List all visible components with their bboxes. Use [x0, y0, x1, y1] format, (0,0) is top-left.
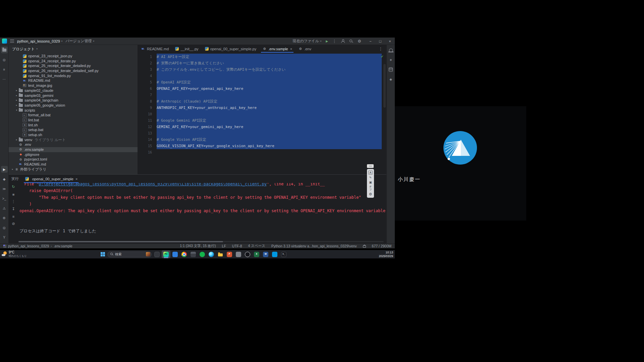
editor-tab[interactable]: M↓README.md: [138, 45, 172, 53]
python-packages-icon[interactable]: ≫: [1, 185, 8, 192]
status-segment[interactable]: UTF-8: [232, 244, 242, 248]
taskbar-green-app-button[interactable]: [198, 250, 207, 258]
tree-item[interactable]: openai_24_receipt_iterate.py: [9, 59, 138, 64]
start-button[interactable]: [101, 252, 105, 256]
editor-line[interactable]: 15GOOGLE_VISION_API_KEY=your_google_visi…: [138, 143, 386, 149]
editor-line[interactable]: 8# Anthropic (Claude) API設定: [138, 98, 386, 105]
tree-item[interactable]: ▸sample04_langchain: [9, 98, 138, 103]
main-menu-icon[interactable]: [10, 40, 14, 43]
tree-item[interactable]: test_image.jpg: [9, 83, 138, 88]
services-tool-icon[interactable]: ⚙: [1, 215, 8, 221]
commit-tool-icon[interactable]: ◎: [1, 56, 8, 63]
taskbar-search[interactable]: 検索: [107, 251, 152, 257]
search-everywhere-icon[interactable]: [349, 39, 353, 43]
breadcrum b-project[interactable]: python_api_lessons_0329: [8, 244, 49, 248]
taskbar-obs-button[interactable]: [243, 250, 252, 258]
maximize-button[interactable]: □: [375, 38, 385, 45]
run-tool-icon[interactable]: ▶: [1, 166, 8, 173]
tree-item[interactable]: openai_23_receipt_json.py: [9, 54, 138, 59]
taskbar-pycharm-button[interactable]: PC: [162, 250, 170, 258]
more-tool-windows-icon[interactable]: ⋯: [1, 76, 8, 82]
editor-line[interactable]: 9ANTHROPIC_API_KEY=your_anthropic_api_ke…: [138, 105, 386, 111]
taskbar-blue-app-button[interactable]: [171, 250, 179, 258]
status-segment[interactable]: 677 / 2900M: [372, 244, 391, 248]
run-button[interactable]: ▶: [326, 40, 328, 43]
status-segment[interactable]: 4 スペース: [248, 244, 266, 248]
project-widget[interactable]: python_api_lessons_0329 ▾: [17, 39, 62, 43]
editor-line[interactable]: 12GEMINI_API_KEY=your_gemini_api_key_her…: [138, 124, 386, 130]
tree-item[interactable]: ▸sample03_gemini: [9, 93, 138, 98]
console-h-scrollbar[interactable]: [18, 241, 384, 242]
weather-widget[interactable]: 9°C 晴れのちくもり: [2, 251, 27, 257]
structure-tool-icon[interactable]: ≡: [1, 66, 8, 73]
editor-line[interactable]: 11# Google Gemini API設定: [138, 117, 386, 124]
database-tool-icon[interactable]: [387, 66, 394, 73]
editor-line[interactable]: 4: [138, 73, 386, 79]
more-options-icon[interactable]: ⋮: [10, 199, 16, 204]
stacktrace-file-link[interactable]: D:\projects\galapagos_lessons\python_api…: [39, 183, 267, 186]
copy-tool-icon[interactable]: ▣: [369, 181, 372, 184]
plugins-tool-icon[interactable]: ◈: [387, 76, 394, 82]
status-segment[interactable]: Python 3.13 virtualenv a...hon_api_lesso…: [271, 244, 357, 248]
tree-item[interactable]: >_lint.bat: [9, 118, 138, 123]
editor-line[interactable]: 3# このファイルを.envとしてコピーし、実際のAPIキーを設定してください: [138, 66, 386, 73]
more-actions-icon[interactable]: ⋮: [332, 39, 336, 44]
tree-item[interactable]: ⚙.env.sample: [9, 147, 138, 152]
editor-tab[interactable]: ⚙.env.sample×: [259, 45, 295, 53]
off-toggle[interactable]: オ フ: [369, 185, 372, 191]
editor-tab[interactable]: ⚙.env: [295, 45, 314, 53]
project-panel-header[interactable]: プロジェクト ▾: [9, 45, 138, 53]
readonly-lock-icon[interactable]: [363, 245, 366, 248]
console-output[interactable]: File "D:\projects\galapagos_lessons\pyth…: [18, 183, 386, 243]
stop-icon[interactable]: ■: [10, 192, 16, 197]
text-tool-icon[interactable]: A: [368, 171, 373, 175]
tree-item[interactable]: ▸≣外部ライブラリ: [9, 167, 138, 172]
taskbar-edge-button[interactable]: [207, 250, 216, 258]
tree-item[interactable]: >_format_all.bat: [9, 113, 138, 118]
notifications-bell-icon[interactable]: [387, 47, 394, 53]
taskbar-excel-button[interactable]: X: [252, 250, 261, 258]
run-config-selector[interactable]: 現在のファイル ▾: [293, 39, 322, 44]
run-panel-title[interactable]: 実行: [11, 176, 19, 181]
tree-item[interactable]: ▾scripts: [9, 108, 138, 113]
breadcrumb-file[interactable]: .env.sample: [54, 244, 72, 248]
tree-item[interactable]: ▸sample05_google_vision: [9, 103, 138, 108]
editor-tab[interactable]: __init__.py: [172, 45, 201, 53]
editor-line[interactable]: 5# OpenAI API設定: [138, 79, 386, 85]
status-segment[interactable]: LF: [222, 244, 226, 248]
minimize-button[interactable]: −: [366, 38, 375, 45]
code-with-me-icon[interactable]: [341, 39, 345, 43]
scroll-to-end-icon[interactable]: ↧: [10, 206, 16, 212]
editor-line[interactable]: 10: [138, 111, 386, 117]
vcs-widget[interactable]: バージョン管理 ▾: [65, 39, 94, 44]
annotation-minimize-button[interactable]: [367, 164, 374, 168]
taskbar-powerpoint-button[interactable]: P: [225, 250, 234, 258]
terminal-tool-icon[interactable]: >_: [1, 195, 8, 202]
tree-item[interactable]: M↓README.md: [9, 162, 138, 167]
tree-item[interactable]: openai_25_receipt_iterate_detailed.py: [9, 63, 138, 68]
tree-item[interactable]: ⚙.env: [9, 142, 138, 147]
tree-item[interactable]: ▸venvライブラリ ルート: [9, 137, 138, 142]
taskbar-chrome-button[interactable]: [180, 250, 189, 258]
status-segment[interactable]: 1:1 (343 文字, 15 改行): [180, 244, 216, 248]
tree-item[interactable]: ▸sample02_claude: [9, 88, 138, 93]
tree-item[interactable]: ⚙pyproject.toml: [9, 157, 138, 162]
notifications-tool-icon[interactable]: ◎: [1, 224, 8, 231]
tree-item[interactable]: openai_26_receipt_iterate_detailed_self.…: [9, 68, 138, 73]
tree-item[interactable]: M↓README.md: [9, 78, 138, 83]
taskbar-clock[interactable]: 10:13 2025/03/29: [379, 251, 393, 258]
annotation-settings-icon[interactable]: ⚙: [369, 192, 372, 196]
editor-line[interactable]: 1# AI APIキー設定: [138, 54, 386, 60]
tree-item[interactable]: $lint.sh: [9, 123, 138, 128]
settings-gear-icon[interactable]: ⚙: [358, 39, 361, 44]
taskbar-gray-app-button[interactable]: [234, 250, 243, 258]
editor-line[interactable]: 7: [138, 92, 386, 98]
rerun-icon[interactable]: ↻: [10, 184, 16, 189]
taskbar-word-button[interactable]: W: [261, 250, 270, 258]
project-tool-icon[interactable]: [1, 47, 8, 53]
clear-all-icon[interactable]: ⊘: [10, 221, 16, 226]
taskbar-widgets-button[interactable]: [153, 250, 161, 258]
close-tab-icon[interactable]: ×: [75, 177, 77, 181]
tree-item[interactable]: $setup.sh: [9, 132, 138, 137]
editor-scrollbar[interactable]: [383, 64, 386, 108]
